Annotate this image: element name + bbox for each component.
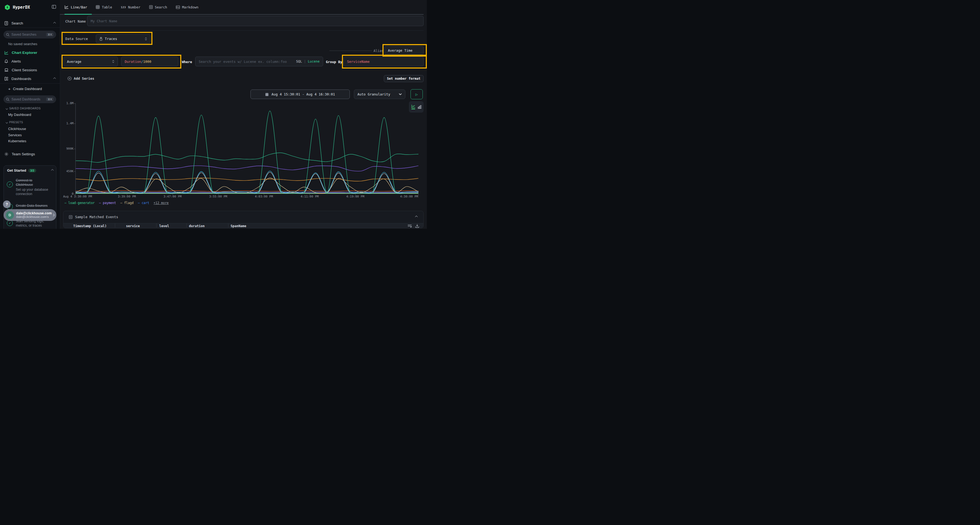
sidebar-item-clickhouse[interactable]: ClickHouse [8,127,26,131]
number-123-icon: 123 [121,6,126,9]
column-separator[interactable] [115,224,115,228]
column-separator[interactable] [186,224,187,228]
y-tick-label: 1.4M [62,122,73,125]
add-series-label: Add Series [74,76,94,81]
sidebar-chart-explorer-label: Chart Explorer [12,51,37,55]
col-duration[interactable]: duration [189,224,205,228]
sidebar-item-kubernetes[interactable]: Kubernetes [8,139,26,143]
aggregation-value: Average [67,60,81,63]
table-icon [96,5,100,9]
sidebar-item-services[interactable]: Services [8,133,22,137]
legend-item-cart[interactable]: — cart [138,201,150,205]
aggregation-select[interactable]: Average [64,57,118,67]
x-tick-label: 3:47:00 PM [164,195,181,198]
gs-item1-title2: ClickHouse [16,182,33,187]
chevron-up-icon [53,22,56,25]
collapse-panel-icon[interactable] [415,216,418,219]
play-icon: ▷ [415,92,418,97]
gear-icon [4,152,8,156]
divider [63,30,423,31]
check-icon: ✓ [7,220,13,226]
shortcut-badge: ⌘K [46,97,54,101]
col-service[interactable]: service [126,224,140,228]
sidebar-item-chart-explorer[interactable]: Chart Explorer [4,51,56,55]
circle-plus-icon [67,76,72,81]
alias-input[interactable]: Average Time [384,46,423,55]
gs-item3-desc2: metrics, or traces [16,223,42,228]
legend-more-link[interactable]: +12 more [154,201,169,205]
chart-name-label: Chart Name [65,19,86,24]
series-payment [76,166,418,171]
group-by-input[interactable]: ServiceName [344,57,423,67]
legend-item-payment[interactable]: — payment [99,201,116,205]
wrap-lines-icon[interactable] [407,224,412,228]
y-tick-label: 1.8M [62,102,73,105]
sidebar-section-search[interactable]: Search [4,21,56,25]
chart-svg[interactable] [76,103,418,194]
sidebar-item-alerts[interactable]: Alerts [4,59,56,63]
sample-events-panel: Sample Matched Events Timestamp (Local) … [63,211,423,228]
brand[interactable]: HyperDX [4,4,30,10]
create-dashboard-button[interactable]: + Create Dashboard [8,87,59,91]
series-unlabeled-2 [76,178,418,181]
set-number-format-button[interactable]: Set number format [384,75,423,82]
add-series-button[interactable]: Add Series [67,76,94,81]
y-tick-label: 450K [62,170,73,173]
x-tick-label: 4:30:00 PM [400,195,418,198]
series-load-generator [76,111,418,194]
tab-line-bar-label: Line/Bar [71,5,87,9]
sidebar-collapse-icon[interactable] [52,5,56,9]
get-started-header[interactable]: Get Started 3/3 [7,168,53,173]
alias-label: Alias [374,49,383,53]
col-level[interactable]: level [159,224,169,228]
gs-item1-title: Connect to [16,178,32,182]
gs-item1-desc: Set up your database [16,187,48,192]
hyperdx-logo-icon [4,4,10,10]
saved-searches-input[interactable]: Saved Searches ⌘K [3,31,56,38]
saved-dashboards-input[interactable]: Saved Dashboards ⌘K [3,95,56,103]
sidebar-item-my-dashboard[interactable]: My Dashboard [8,113,31,117]
team-settings-label: Team Settings [12,152,35,156]
y-tick [74,103,75,104]
chart-name-placeholder: My Chart Name [91,19,117,23]
lucene-mode-button[interactable]: Lucene [308,60,320,63]
sql-mode-button[interactable]: SQL [296,60,302,63]
dashboard-columns-icon [4,77,8,81]
saved-dashboards-group[interactable]: SAVED DASHBOARDS [6,107,41,110]
download-icon[interactable] [415,224,419,228]
series-unlabeled-3 [76,172,418,194]
sidebar-item-dashboards[interactable]: Dashboards [4,77,56,81]
chevron-down-icon [399,93,402,95]
tab-table[interactable]: Table [96,5,112,9]
chart-name-input[interactable]: My Chart Name [87,16,423,26]
data-source-value: Traces [105,37,117,41]
database-icon [99,37,103,41]
legend-item-load-generator[interactable]: — load-generator [65,201,95,205]
help-button[interactable]: ? [3,200,11,208]
user-menu[interactable]: D dale@clickhouse.com dale@clickhouse.co… [3,209,56,221]
no-saved-searches-text: No saved searches [8,42,37,46]
tab-markdown[interactable]: Markdown [176,5,199,9]
user-email: dale@clickhouse.com [16,211,50,215]
tab-number[interactable]: 123 Number [121,5,140,9]
tab-line-bar[interactable]: Line/Bar [65,5,87,9]
legend-item-flagd[interactable]: — flagd [120,201,134,205]
list-icon [149,5,153,9]
run-query-button[interactable]: ▷ [410,89,423,99]
sidebar-client-sessions-label: Client Sessions [12,68,37,72]
data-source-select[interactable]: Traces [96,34,151,43]
presets-group[interactable]: PRESETS [6,121,23,124]
chart-line-icon [4,51,8,55]
col-timestamp[interactable]: Timestamp (Local) [73,224,107,228]
y-tick [74,124,75,124]
sidebar-item-team-settings[interactable]: Team Settings [4,152,56,156]
granularity-select[interactable]: Auto Granularity [354,89,405,99]
tab-search[interactable]: Search [149,5,167,9]
app-root: HyperDX Search Saved Searches ⌘K No save… [0,0,427,229]
list-icon [69,215,72,219]
where-search-input[interactable]: Search your events w/ Lucene ex. column:… [195,57,323,67]
col-spanname[interactable]: SpanName [231,224,247,228]
expression-input[interactable]: Duration/1000 [121,57,178,67]
sidebar-item-client-sessions[interactable]: Client Sessions [4,68,56,72]
date-range-picker[interactable]: Aug 4 15:30:01 - Aug 4 16:30:01 [250,89,350,99]
